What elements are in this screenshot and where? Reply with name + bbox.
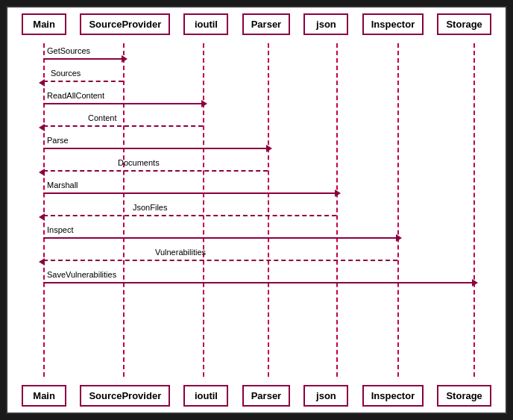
lifeline-sourceprovider <box>123 43 125 377</box>
actor-main-top: Main <box>22 13 66 35</box>
msg-readallcontent: ReadAllContent <box>43 103 203 104</box>
lifeline-main <box>43 43 45 377</box>
diagram-container: Main SourceProvider ioutil Parser json I… <box>6 6 507 414</box>
msg-parse: Parse <box>43 148 268 149</box>
lifeline-ioutil <box>203 43 204 377</box>
actor-sourceprovider-top: SourceProvider <box>80 13 170 35</box>
lifeline-storage <box>473 43 475 377</box>
actor-inspector-top: Inspector <box>362 13 424 35</box>
actor-sourceprovider-bottom: SourceProvider <box>80 385 170 407</box>
actor-parser-bottom: Parser <box>242 385 290 407</box>
msg-marshall: Marshall <box>43 192 336 194</box>
actor-storage-bottom: Storage <box>437 385 491 407</box>
actor-inspector-bottom: Inspector <box>362 385 424 407</box>
actor-parser-top: Parser <box>242 13 290 35</box>
msg-sources: Sources <box>43 81 123 82</box>
msg-vulnerabilities: Vulnerabilities <box>43 260 397 261</box>
actor-storage-top: Storage <box>437 13 491 35</box>
msg-getsources: GetSources <box>43 58 123 60</box>
actor-ioutil-bottom: ioutil <box>183 385 228 407</box>
actor-json-bottom: json <box>303 385 348 407</box>
actor-json-top: json <box>303 13 348 35</box>
lifeline-parser <box>268 43 269 377</box>
actor-main-bottom: Main <box>22 385 66 407</box>
msg-jsonfiles: JsonFiles <box>43 215 336 216</box>
msg-inspect: Inspect <box>43 237 397 239</box>
msg-content: Content <box>43 125 203 127</box>
lifeline-json <box>336 43 338 377</box>
actor-ioutil-top: ioutil <box>183 13 228 35</box>
msg-documents: Documents <box>43 170 268 172</box>
lifeline-inspector <box>397 43 399 377</box>
msg-savevulnerabilities: SaveVulnerabilities <box>43 282 473 283</box>
